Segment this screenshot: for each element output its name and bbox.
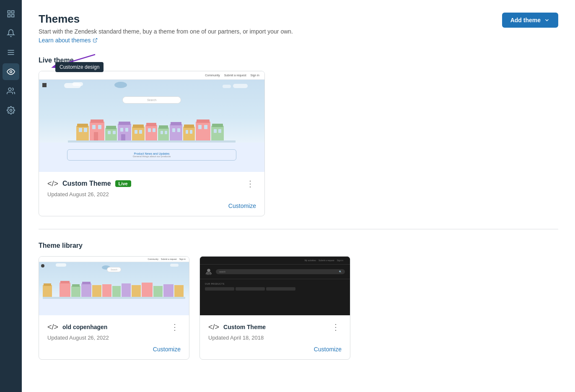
svg-rect-26 (119, 122, 130, 125)
svg-point-9 (10, 109, 12, 112)
library-theme-menu-button-0[interactable]: ⋮ (169, 322, 181, 332)
svg-rect-49 (190, 130, 192, 134)
svg-rect-28 (125, 128, 128, 132)
sidebar-icon-eye[interactable] (3, 63, 19, 80)
svg-rect-50 (196, 122, 210, 143)
svg-rect-21 (105, 128, 117, 143)
svg-point-77 (207, 269, 210, 272)
svg-rect-61 (60, 283, 70, 299)
svg-rect-31 (133, 125, 144, 128)
svg-rect-52 (198, 125, 202, 129)
svg-rect-74 (163, 284, 174, 299)
library-theme-card-0: Community Submit a request Sign in Searc… (39, 256, 189, 360)
svg-rect-17 (91, 119, 104, 123)
svg-point-7 (10, 71, 12, 73)
svg-rect-64 (72, 284, 80, 287)
page-header: Themes Start with the Zendesk standard t… (39, 13, 558, 44)
svg-rect-13 (77, 124, 88, 127)
live-theme-card: Community Submit a request Sign in Searc… (39, 71, 265, 216)
theme-library-grid: Community Submit a request Sign in Searc… (39, 256, 558, 360)
svg-rect-3 (12, 15, 14, 17)
preview-hero: Search (39, 80, 264, 143)
page-title: Themes (39, 13, 293, 26)
svg-rect-55 (212, 124, 223, 127)
svg-rect-37 (153, 128, 155, 132)
preview-nav: Community Submit a request Sign in (39, 71, 264, 80)
code-icon: </> (47, 179, 58, 188)
library-customize-link-1[interactable]: Customize (208, 346, 342, 353)
svg-rect-23 (108, 131, 111, 134)
preview-search-bar: Search (122, 96, 181, 104)
preview-cat-title: Product News and Updates (76, 152, 228, 155)
main-content: Customize design Themes Start with the Z… (22, 0, 575, 392)
svg-rect-48 (186, 130, 188, 134)
library-theme-info-0: </> old copenhagen ⋮ Updated August 26, … (39, 315, 189, 359)
preview-nav-signin: Sign in (251, 74, 259, 77)
sidebar-icon-notification[interactable] (3, 25, 19, 42)
svg-line-11 (95, 39, 97, 41)
svg-rect-76 (43, 297, 185, 299)
dark-nav: My activities Submit a request Sign in (200, 257, 350, 265)
svg-rect-46 (183, 127, 195, 143)
svg-rect-72 (142, 283, 153, 299)
svg-rect-42 (170, 124, 182, 143)
svg-rect-1 (12, 11, 14, 13)
live-theme-menu-button[interactable]: ⋮ (244, 179, 256, 189)
svg-rect-44 (172, 128, 175, 132)
svg-rect-60 (44, 283, 51, 286)
live-theme-updated: Updated August 26, 2022 (47, 191, 256, 197)
library-theme-info-1: </> Custom Theme ⋮ Updated April 18, 201… (200, 315, 350, 359)
sidebar-icon-list[interactable] (3, 44, 19, 61)
preview-nav-submit: Submit a request (224, 74, 246, 77)
svg-rect-54 (211, 126, 224, 143)
library-customize-link-0[interactable]: Customize (47, 346, 181, 353)
library-theme-updated-1: Updated April 18, 2018 (208, 335, 342, 341)
live-theme-customize-link[interactable]: Customize (47, 202, 256, 209)
library-name-row-1: </> Custom Theme ⋮ (208, 322, 342, 332)
learn-link[interactable]: Learn about themes (39, 37, 98, 44)
svg-rect-18 (92, 125, 96, 129)
svg-rect-34 (145, 125, 157, 143)
sidebar-icon-book[interactable] (3, 5, 19, 22)
svg-rect-39 (159, 125, 168, 129)
section-divider (39, 229, 558, 229)
svg-rect-68 (102, 284, 111, 299)
live-badge: Live (115, 180, 131, 187)
svg-rect-41 (165, 131, 167, 134)
code-icon-1: </> (208, 323, 219, 332)
library-theme-menu-button-1[interactable]: ⋮ (330, 322, 342, 332)
svg-point-8 (8, 88, 11, 91)
sidebar-icon-users[interactable] (3, 83, 19, 99)
svg-rect-38 (158, 127, 169, 143)
live-theme-name: Custom Theme (62, 180, 111, 187)
svg-rect-35 (146, 123, 156, 126)
svg-rect-65 (81, 283, 91, 299)
preview-nav-community: Community (205, 74, 220, 77)
svg-rect-36 (148, 128, 151, 132)
svg-rect-33 (139, 130, 142, 134)
live-theme-info: </> Custom Theme Live ⋮ Updated August 2… (39, 172, 264, 216)
svg-rect-2 (8, 15, 10, 17)
library-theme-updated-0: Updated August 26, 2022 (47, 335, 181, 341)
library-name-row-0: </> old copenhagen ⋮ (47, 322, 181, 332)
live-theme-section: Live theme Community Submit a request Si… (39, 57, 558, 216)
svg-rect-58 (68, 140, 236, 143)
preview-category-box: Product News and Updates General things … (67, 149, 237, 161)
library-theme-name-0: old copenhagen (62, 324, 107, 330)
svg-rect-15 (84, 128, 87, 132)
page-subtitle: Start with the Zendesk standard theme, b… (39, 28, 293, 35)
library-theme-card-1: My activities Submit a request Sign in (199, 256, 350, 360)
svg-rect-40 (161, 131, 163, 134)
svg-rect-62 (60, 281, 70, 283)
svg-rect-45 (177, 128, 180, 132)
sidebar-icon-gear[interactable] (3, 102, 19, 119)
theme-library-section: Theme library Community Submit a request… (39, 242, 558, 360)
page-title-area: Themes Start with the Zendesk standard t… (39, 13, 293, 44)
add-theme-button[interactable]: Add theme (502, 13, 558, 28)
svg-rect-30 (132, 127, 145, 143)
svg-rect-43 (171, 122, 181, 125)
preview-categories: Product News and Updates General things … (39, 143, 264, 167)
svg-rect-70 (122, 283, 131, 299)
svg-rect-51 (197, 119, 210, 123)
library-preview-0: Community Submit a request Sign in Searc… (39, 257, 189, 315)
